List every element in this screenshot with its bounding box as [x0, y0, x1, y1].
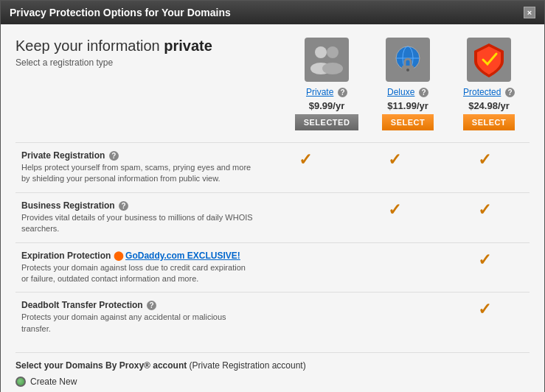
feature-expiration-check-2 [350, 242, 440, 293]
svg-point-10 [406, 69, 409, 71]
close-button[interactable]: × [524, 7, 535, 18]
plan-private-name: Private ? [292, 86, 361, 97]
plan-protected-link[interactable]: Protected [463, 87, 501, 97]
dialog-titlebar: Privacy Protection Options for Your Doma… [1, 1, 544, 24]
feature-label-deadbolt: Deadbolt Transfer Protection ? Protects … [15, 293, 260, 342]
feature-private-reg-check-3: ✓ [440, 143, 530, 193]
feature-label-business-reg: Business Registration ? Provides vital d… [15, 192, 260, 242]
dialog-title: Privacy Protection Options for Your Doma… [10, 7, 231, 18]
feature-deadbolt-check-2 [350, 293, 440, 342]
feature-row-expiration-protection: Expiration Protection ⬤ GoDaddy.com EXCL… [15, 242, 530, 293]
plan-private-icon [305, 38, 349, 82]
header-title: Keep your information private [15, 38, 286, 55]
feature-label-private-reg: Private Registration ? Helps protect you… [15, 143, 260, 193]
feature-private-reg-check-2: ✓ [350, 143, 440, 193]
feature-expiration-check-1 [260, 242, 350, 293]
plan-private-button[interactable]: SELECTED [295, 114, 359, 130]
plan-protected-price: $24.98/yr [454, 100, 524, 111]
plan-protected-help[interactable]: ? [505, 88, 515, 97]
svg-rect-0 [305, 38, 349, 82]
create-new-radio[interactable] [15, 377, 26, 387]
proxy-account-label: Select your Domains By Proxy® account (P… [15, 360, 530, 371]
feature-business-reg-check-3: ✓ [440, 192, 530, 242]
plan-deluxe: Deluxe ? $11.99/yr SELECT [367, 38, 448, 130]
feature-deadbolt-check-3: ✓ [440, 293, 530, 342]
plans-area: Private ? $9.99/yr SELECTED [286, 38, 530, 130]
features-table: Private Registration ? Helps protect you… [15, 142, 530, 342]
feature-deadbolt-help[interactable]: ? [147, 301, 156, 310]
plan-private: Private ? $9.99/yr SELECTED [286, 38, 367, 130]
create-new-radio-row[interactable]: Create New [15, 377, 530, 387]
plan-deluxe-icon [386, 38, 430, 82]
feature-row-private-registration: Private Registration ? Helps protect you… [15, 143, 530, 193]
feature-label-expiration: Expiration Protection ⬤ GoDaddy.com EXCL… [15, 242, 260, 293]
svg-point-1 [315, 46, 327, 58]
svg-point-4 [322, 63, 343, 74]
plan-protected-icon [467, 38, 511, 82]
feature-business-reg-help[interactable]: ? [119, 201, 128, 211]
exclusive-link[interactable]: GoDaddy.com EXCLUSIVE! [125, 251, 240, 261]
header-text: Keep your information private Select a r… [15, 38, 286, 68]
plan-protected-name: Protected ? [454, 86, 524, 97]
create-new-label: Create New [30, 377, 77, 387]
plan-deluxe-help[interactable]: ? [419, 88, 428, 97]
header-section: Keep your information private Select a r… [15, 38, 530, 130]
feature-private-reg-help[interactable]: ? [109, 151, 119, 161]
plan-protected: Protected ? $24.98/yr SELECT [448, 38, 530, 130]
plan-deluxe-button[interactable]: SELECT [382, 114, 434, 130]
plan-protected-button[interactable]: SELECT [463, 114, 515, 130]
plan-deluxe-price: $11.99/yr [373, 100, 442, 111]
feature-deadbolt-check-1 [260, 293, 350, 342]
plan-private-price: $9.99/yr [292, 100, 361, 111]
feature-private-reg-check-1: ✓ [260, 143, 350, 193]
plan-private-link[interactable]: Private [306, 87, 333, 97]
exclusive-badge: ⬤ [114, 251, 125, 261]
header-subtitle: Select a registration type [15, 57, 286, 68]
feature-business-reg-check-1 [260, 192, 350, 242]
feature-row-business-registration: Business Registration ? Provides vital d… [15, 192, 530, 242]
feature-business-reg-check-2: ✓ [350, 192, 440, 242]
plan-private-help[interactable]: ? [338, 88, 347, 97]
plan-deluxe-name: Deluxe ? [373, 86, 442, 97]
bottom-section: Select your Domains By Proxy® account (P… [15, 352, 530, 392]
svg-point-2 [327, 46, 339, 58]
feature-row-deadbolt: Deadbolt Transfer Protection ? Protects … [15, 293, 530, 342]
plan-deluxe-link[interactable]: Deluxe [387, 87, 414, 97]
feature-expiration-check-3: ✓ [440, 242, 530, 293]
